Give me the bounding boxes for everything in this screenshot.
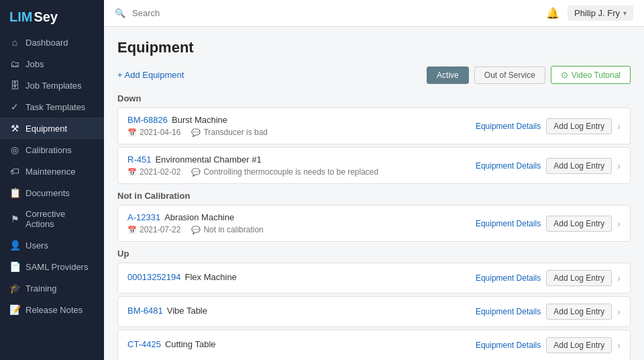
equipment-name-row: CT-4425 Cutting Table: [127, 339, 469, 349]
equipment-note-value: Controlling thermocouple is needs to be …: [203, 167, 378, 177]
sidebar-item-users[interactable]: 👤 Users: [0, 234, 104, 256]
users-icon: 👤: [9, 240, 20, 251]
sidebar-item-documents[interactable]: 📋 Documents: [0, 182, 104, 204]
search-icon: 🔍: [115, 8, 125, 18]
chevron-right-icon[interactable]: ›: [617, 121, 621, 132]
notes-icon: 📝: [9, 304, 20, 315]
sidebar-item-label: Maintenence: [25, 167, 75, 177]
toolbar: + Add Equipment Active Out of Service ⊙ …: [117, 66, 631, 84]
tab-active[interactable]: Active: [427, 66, 469, 84]
video-tutorial-button[interactable]: ⊙ Video Tutorial: [551, 66, 631, 84]
tag-icon: 🏷: [9, 166, 20, 177]
user-menu[interactable]: Philip J. Fry ▾: [568, 5, 633, 21]
tab-out-of-service[interactable]: Out of Service: [474, 66, 545, 84]
topbar: 🔍 🔔 Philip J. Fry ▾: [104, 0, 644, 27]
equipment-date: 📅 2021-04-16: [127, 128, 180, 137]
add-log-entry-button[interactable]: Add Log Entry: [546, 158, 612, 174]
equipment-details-link[interactable]: Equipment Details: [476, 307, 541, 316]
equipment-id[interactable]: CT-4425: [127, 339, 161, 349]
equipment-details-link[interactable]: Equipment Details: [476, 273, 541, 283]
chevron-right-icon[interactable]: ›: [617, 340, 621, 351]
video-button-label: Video Tutorial: [572, 71, 621, 80]
add-equipment-link[interactable]: + Add Equipment: [117, 70, 184, 80]
add-log-entry-button[interactable]: Add Log Entry: [546, 270, 612, 286]
chevron-right-icon[interactable]: ›: [617, 306, 621, 317]
sidebar-item-corrective-actions[interactable]: ⚑ Corrective Actions: [0, 204, 104, 234]
toolbar-right: Active Out of Service ⊙ Video Tutorial: [427, 66, 631, 84]
search-input[interactable]: [132, 8, 539, 18]
sidebar-item-release-notes[interactable]: 📝 Release Notes: [0, 299, 104, 320]
table-row: BM-6481 Vibe Table Equipment Details Add…: [118, 297, 630, 326]
calendar-icon: 📅: [127, 128, 137, 137]
sidebar-item-job-templates[interactable]: 🗄 Job Templates: [0, 75, 104, 96]
equipment-date-value: 2021-07-22: [140, 225, 180, 234]
chevron-right-icon[interactable]: ›: [617, 273, 621, 283]
equipment-info: BM-6481 Vibe Table: [127, 306, 469, 318]
sidebar-item-dashboard[interactable]: ⌂ Dashboard: [0, 32, 104, 53]
equipment-note: 💬 Transducer is bad: [191, 128, 268, 137]
add-log-entry-button[interactable]: Add Log Entry: [546, 216, 612, 232]
equipment-card: R-451 Environmental Chamber #1 📅 2021-02…: [117, 147, 631, 184]
sidebar-item-equipment[interactable]: ⚒ Equipment: [0, 118, 104, 139]
equipment-meta-row: 📅 2021-07-22 💬 Not in calibration: [127, 225, 469, 234]
equipment-details-link[interactable]: Equipment Details: [476, 122, 541, 131]
training-icon: 🎓: [9, 283, 20, 294]
equipment-id[interactable]: R-451: [127, 154, 151, 165]
bell-icon[interactable]: 🔔: [546, 7, 559, 19]
sidebar-item-label: Release Notes: [25, 305, 83, 315]
user-name: Philip J. Fry: [574, 8, 620, 18]
chevron-right-icon[interactable]: ›: [617, 161, 621, 171]
equipment-date: 📅 2021-07-22: [127, 225, 180, 234]
equipment-actions: Equipment Details Add Log Entry ›: [476, 216, 621, 232]
equipment-details-link[interactable]: Equipment Details: [476, 219, 541, 228]
equipment-info: BM-68826 Burst Machine 📅 2021-04-16 💬 Tr…: [127, 115, 469, 137]
calendar-icon: 📅: [127, 226, 137, 234]
equipment-name-row: A-12331 Abrasion Machine: [127, 212, 469, 222]
table-row: A-12331 Abrasion Machine 📅 2021-07-22 💬 …: [118, 206, 630, 241]
logo-lims: LIM: [9, 9, 32, 25]
equipment-card: BM-68826 Burst Machine 📅 2021-04-16 💬 Tr…: [117, 107, 631, 144]
equipment-details-link[interactable]: Equipment Details: [476, 161, 541, 171]
equipment-card: CT-4425 Cutting Table Equipment Details …: [117, 330, 631, 360]
topbar-right: 🔔 Philip J. Fry ▾: [546, 5, 633, 21]
chevron-down-icon: ▾: [623, 9, 627, 17]
equipment-id[interactable]: BM-68826: [127, 115, 168, 125]
sidebar-item-label: Corrective Actions: [25, 209, 95, 229]
document-icon: 📋: [9, 187, 20, 198]
sidebar-item-jobs[interactable]: 🗂 Jobs: [0, 53, 104, 75]
equipment-id[interactable]: 00013252194: [127, 272, 181, 282]
equipment-id[interactable]: A-12331: [127, 212, 160, 222]
chat-icon: 💬: [191, 128, 201, 137]
sidebar-item-task-templates[interactable]: ✓ Task Templates: [0, 96, 104, 118]
sidebar: LIMSey ⌂ Dashboard 🗂 Jobs 🗄 Job Template…: [0, 0, 104, 360]
equipment-meta-row: 📅 2021-04-16 💬 Transducer is bad: [127, 128, 469, 137]
briefcase-icon: 🗂: [9, 58, 20, 69]
chat-icon: 💬: [191, 226, 201, 234]
equipment-name: Vibe Table: [167, 306, 207, 316]
equipment-name-row: R-451 Environmental Chamber #1: [127, 154, 469, 165]
add-log-entry-button[interactable]: Add Log Entry: [546, 304, 612, 320]
equipment-info: R-451 Environmental Chamber #1 📅 2021-02…: [127, 154, 469, 177]
equipment-name: Burst Machine: [172, 115, 227, 125]
equipment-note: 💬 Not in calibration: [191, 225, 263, 234]
equipment-name: Abrasion Machine: [164, 212, 234, 222]
section-header-not-in-calibration: Not in Calibration: [117, 191, 631, 201]
table-row: BM-68826 Burst Machine 📅 2021-04-16 💬 Tr…: [118, 108, 630, 144]
sidebar-item-calibrations[interactable]: ◎ Calibrations: [0, 139, 104, 161]
page-title: Equipment: [117, 39, 631, 56]
equipment-note: 💬 Controlling thermocouple is needs to b…: [191, 167, 378, 177]
equipment-icon: ⚒: [9, 123, 20, 134]
equipment-card: A-12331 Abrasion Machine 📅 2021-07-22 💬 …: [117, 205, 631, 242]
sidebar-item-training[interactable]: 🎓 Training: [0, 277, 104, 299]
add-log-entry-button[interactable]: Add Log Entry: [546, 118, 612, 134]
sidebar-item-label: Calibrations: [25, 145, 72, 155]
equipment-details-link[interactable]: Equipment Details: [476, 341, 541, 350]
chevron-right-icon[interactable]: ›: [617, 218, 621, 229]
sidebar-item-saml-providers[interactable]: 📄 SAML Providers: [0, 256, 104, 277]
sidebar-item-maintenance[interactable]: 🏷 Maintenence: [0, 161, 104, 182]
equipment-id[interactable]: BM-6481: [127, 306, 163, 316]
add-log-entry-button[interactable]: Add Log Entry: [546, 337, 612, 353]
chat-icon: 💬: [191, 168, 201, 177]
sidebar-item-label: Jobs: [25, 59, 44, 69]
calendar-icon: 📅: [127, 168, 137, 177]
